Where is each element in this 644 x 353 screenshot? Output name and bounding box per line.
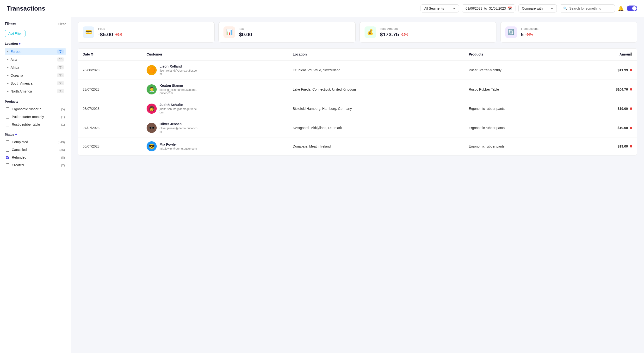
transactions-label: Transactions: [521, 27, 632, 30]
location-filter-title: Location: [5, 42, 66, 46]
total-label: Total Amount: [380, 27, 492, 30]
status-checkbox-created[interactable]: [6, 164, 9, 167]
date-to: 31/08/2023: [489, 6, 506, 10]
table-row: 26/08/2023 🟠 Lison Rolland lison.rolland…: [78, 60, 637, 80]
avatar-mia: 😎: [146, 141, 157, 152]
transactions-table: Date ⇅ Customer Location Products Amount…: [78, 48, 637, 155]
status-item-completed: Completed (349): [5, 139, 66, 146]
row2-location: Lake Frieda, Connecticut, United Kingdom: [288, 80, 464, 99]
location-item-oceania[interactable]: ▶ Oceania (2): [5, 72, 66, 79]
row2-amount: $104.76: [574, 80, 637, 99]
customer-email-judith: judith.schulte@demo.putler.com: [160, 108, 196, 114]
customer-email-oliver: oliver.jensen@demo.putler.com: [160, 127, 198, 133]
product-item-ergonomic: Ergonomic rubber p... (5): [5, 106, 66, 112]
row1-customer: 🟠 Lison Rolland lison.rolland@demo.putle…: [142, 60, 288, 80]
customer-cell-lison: 🟠 Lison Rolland lison.rolland@demo.putle…: [146, 64, 283, 76]
status-filter-title: Status: [5, 133, 66, 136]
row4-product: Ergonomic rubber pants: [464, 118, 574, 138]
sidebar-header: Filters Clear: [5, 22, 66, 26]
customer-name-lison: Lison Rolland: [160, 64, 197, 68]
products-filter-section: Products Ergonomic rubber p... (5) Putle…: [5, 100, 66, 128]
row3-customer: 👩 Judith Schulte judith.schulte@demo.put…: [142, 99, 288, 118]
fees-icon: 💳: [83, 26, 94, 38]
status-item-created: Created (2): [5, 162, 66, 168]
clear-filters-button[interactable]: Clear: [58, 22, 66, 26]
product-checkbox-ergonomic[interactable]: [6, 108, 9, 111]
product-item-rustic: Rustic rubber table (1): [5, 121, 66, 128]
customer-cell-mia: 😎 Mia Fowler mia.fowler@demo.putler.com: [146, 141, 283, 152]
customer-cell-judith: 👩 Judith Schulte judith.schulte@demo.put…: [146, 103, 283, 114]
south-america-chevron-icon: ▶: [7, 82, 9, 84]
status-checkbox-completed[interactable]: [6, 140, 9, 144]
tax-icon: 📊: [224, 26, 235, 38]
total-info: Total Amount $173.75 -25%: [380, 27, 492, 38]
row2-customer: 👨‍⚕️ Keaton Stamm sterling_eichmann80@de…: [142, 80, 288, 99]
status-checkbox-refunded[interactable]: [6, 156, 9, 159]
search-input[interactable]: [569, 6, 611, 10]
avatar-keaton: 👨‍⚕️: [146, 84, 157, 94]
stat-card-total: 💰 Total Amount $173.75 -25%: [360, 22, 496, 42]
product-checkbox-putler[interactable]: [6, 115, 9, 119]
add-filter-button[interactable]: Add Filter: [5, 30, 26, 37]
main-content: 💳 Fees -$5.00 -62% 📊 Tax $0.00: [71, 17, 644, 353]
col-customer: Customer: [142, 48, 288, 60]
customer-name-judith: Judith Schulte: [160, 103, 196, 107]
date-from: 01/06/2023: [466, 6, 482, 10]
customer-name-keaton: Keaton Stamm: [160, 84, 197, 88]
col-amount: Amount: [574, 48, 637, 60]
customer-email-keaton: sterling_eichmann80@demo.putler.com: [160, 88, 197, 95]
product-item-putler: Putler starter-monthly (1): [5, 114, 66, 120]
customer-name-oliver: Oliver Jensen: [160, 122, 198, 126]
row2-status-dot: [630, 88, 632, 90]
row1-date: 26/08/2023: [78, 60, 142, 80]
row3-status-dot: [630, 108, 632, 110]
customer-cell-keaton: 👨‍⚕️ Keaton Stamm sterling_eichmann80@de…: [146, 84, 283, 95]
calendar-icon: 📅: [508, 6, 512, 10]
notification-bell-icon[interactable]: 🔔: [618, 6, 624, 11]
total-change: -25%: [401, 33, 408, 36]
download-button[interactable]: ⬇: [629, 52, 633, 57]
status-filter-dot: [16, 134, 17, 135]
location-item-north-america[interactable]: ▶ North America (1): [5, 88, 66, 95]
tax-value: $0.00: [239, 32, 350, 38]
location-item-south-america[interactable]: ▶ South America (2): [5, 80, 66, 87]
date-range-picker[interactable]: 01/06/2023 to 31/08/2023 📅: [462, 4, 516, 12]
row5-status-dot: [630, 145, 632, 148]
products-filter-title: Products: [5, 100, 66, 103]
search-box[interactable]: 🔍: [560, 4, 615, 12]
status-filter-section: Status Completed (349) Cancelled (35) Re…: [5, 133, 66, 168]
product-checkbox-rustic[interactable]: [6, 123, 9, 126]
avatar-lison: 🟠: [146, 65, 157, 75]
header-controls: All Segments 01/06/2023 to 31/08/2023 📅 …: [420, 4, 637, 12]
col-location: Location: [288, 48, 464, 60]
row1-product: Putler Starter-Monthly: [464, 60, 574, 80]
transactions-change: -50%: [526, 33, 533, 36]
table-row: 23/07/2023 👨‍⚕️ Keaton Stamm sterling_ei…: [78, 80, 637, 99]
date-separator: to: [484, 6, 487, 10]
north-america-chevron-icon: ▶: [7, 90, 9, 92]
location-item-europe[interactable]: ▶ Europe (5): [5, 48, 66, 55]
location-item-asia[interactable]: ▶ Asia (4): [5, 56, 66, 63]
table-row: 07/07/2023 🕶️ Oliver Jensen oliver.jense…: [78, 118, 637, 138]
compare-with-dropdown[interactable]: Compare with: [518, 4, 557, 12]
table-row: 06/07/2023 😎 Mia Fowler mia.fowler@demo.…: [78, 138, 637, 156]
stat-card-tax: 📊 Tax $0.00: [218, 22, 356, 42]
row1-amount: $11.99: [574, 60, 637, 80]
row4-status-dot: [630, 127, 632, 129]
oceania-chevron-icon: ▶: [7, 74, 9, 77]
location-item-africa[interactable]: ▶ Africa (2): [5, 64, 66, 71]
theme-toggle[interactable]: [627, 6, 637, 11]
row4-amount: $19.00: [574, 118, 637, 138]
status-checkbox-cancelled[interactable]: [6, 148, 9, 152]
col-date: Date ⇅: [78, 48, 142, 60]
date-sort-icon[interactable]: ⇅: [91, 52, 94, 56]
total-icon: 💰: [364, 26, 376, 38]
compare-chevron-icon: [551, 8, 553, 9]
row4-customer: 🕶️ Oliver Jensen oliver.jensen@demo.putl…: [142, 118, 288, 138]
segment-dropdown[interactable]: All Segments: [420, 4, 459, 12]
asia-chevron-icon: ▶: [7, 58, 9, 61]
segment-chevron-icon: [453, 8, 455, 9]
table-row: 08/07/2023 👩 Judith Schulte judith.schul…: [78, 99, 637, 118]
stats-row: 💳 Fees -$5.00 -62% 📊 Tax $0.00: [78, 22, 637, 42]
tax-label: Tax: [239, 27, 350, 30]
